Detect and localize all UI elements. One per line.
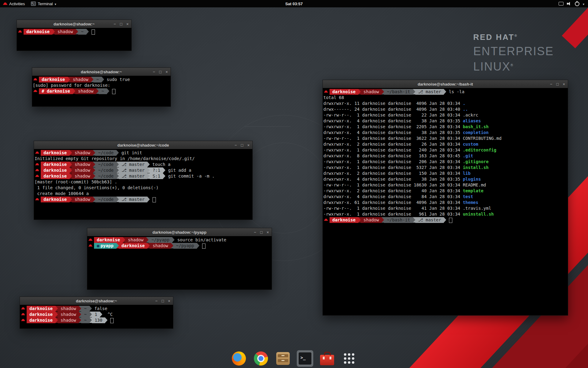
terminal-text: false: [92, 306, 107, 312]
terminal-text: drwxrwxr-x. 2 darknoise darknoise 150 Ja…: [323, 171, 463, 176]
prompt-segment: shadow: [125, 237, 146, 243]
dock-item-app-grid[interactable]: [341, 350, 357, 367]
dock-item-chrome[interactable]: [253, 350, 269, 367]
terminal-screen[interactable]: darknoiseshadow~: [17, 28, 131, 51]
terminal-cursor: [92, 29, 95, 35]
minimize-button[interactable]: −: [114, 22, 116, 26]
dock-item-files[interactable]: [275, 350, 291, 367]
window-title: darknoise@shadow:~: [32, 70, 171, 74]
dock-item-toolbox[interactable]: [319, 350, 335, 367]
maximize-button[interactable]: □: [120, 22, 123, 26]
powerline-arrow: [93, 173, 95, 179]
terminal-line: drwxrwxr-x. 11 darknoise darknoise 4096 …: [323, 101, 568, 106]
maximize-button[interactable]: □: [260, 230, 263, 234]
terminal-line: [master (root-commit) 50bcb63] .: [35, 179, 252, 185]
prompt-segment: ~/bash-it: [384, 217, 413, 223]
terminal-text: touch a: [150, 162, 170, 167]
powerline-arrow: [171, 243, 173, 248]
chevron-down-icon: [583, 2, 584, 6]
system-menu[interactable]: [555, 0, 588, 7]
terminal-icon: [298, 352, 312, 365]
rhel-wallpaper-logo: RED HAT® ENTERPRISE LINUX®: [473, 33, 554, 74]
window-titlebar[interactable]: darknoise@shadow:~ − □ ×: [20, 297, 173, 305]
powerline-arrow: [79, 312, 81, 317]
prompt-segment: ~/code: [95, 150, 116, 156]
minimize-button[interactable]: −: [550, 82, 552, 86]
terminal-cursor: [153, 197, 156, 202]
powerline-arrow: [413, 217, 415, 223]
powerline-arrow: [146, 237, 149, 243]
close-button[interactable]: ×: [168, 299, 170, 303]
minimize-button[interactable]: −: [235, 143, 237, 147]
prompt-segment: ⎇ master: [119, 167, 147, 173]
terminal-text: drwxrwxr-x. 4 darknoise darknoise 38 Jan…: [323, 118, 463, 124]
powerline-arrow: [444, 217, 446, 223]
terminal-screen[interactable]: darknoiseshadow~ sudo true[sudo] passwor…: [32, 76, 171, 106]
volume-icon: [567, 2, 571, 6]
window-titlebar[interactable]: darknoise@shadow:~ − □ ×: [32, 68, 171, 76]
terminal-cursor: [112, 89, 115, 94]
terminal-text: uninstall.sh: [463, 211, 494, 217]
app-menu[interactable]: Terminal: [28, 0, 59, 7]
terminal-text: lib: [463, 171, 470, 176]
close-button[interactable]: ×: [563, 82, 565, 86]
minimize-button[interactable]: −: [155, 299, 158, 303]
powerline-arrow: [86, 29, 89, 34]
close-button[interactable]: ×: [126, 22, 129, 26]
app-grid-icon: [343, 352, 355, 365]
terminal-line: darknoiseshadow~/code git init: [35, 150, 252, 156]
minimize-button[interactable]: −: [153, 70, 155, 74]
prompt-segment: shadow: [58, 306, 79, 312]
terminal-screen[interactable]: darknoiseshadow~/code git initInitialize…: [34, 149, 252, 220]
clock[interactable]: Sat 03:57: [285, 2, 303, 6]
close-button[interactable]: ×: [165, 70, 168, 74]
files-icon: [276, 352, 290, 365]
maximize-button[interactable]: □: [159, 70, 162, 74]
terminal-text: ls -la: [446, 89, 464, 95]
window-title: darknoise@shadow:~/code: [34, 143, 252, 148]
terminal-text: source bin/activate: [175, 237, 226, 243]
terminal-line: drwx------. 24 darknoise darknoise 4096 …: [323, 106, 568, 112]
maximize-button[interactable]: □: [162, 299, 164, 303]
prompt-segment: darknoise: [330, 89, 358, 95]
powerline-arrow: [70, 167, 72, 173]
chevron-down-icon: [55, 2, 56, 6]
prompt-segment: darknoise: [24, 29, 52, 35]
display-icon: [559, 2, 564, 6]
redhat-prompt-icon: [35, 167, 40, 173]
redhat-prompt-icon: [18, 29, 22, 35]
prompt-segment: 130: [92, 317, 105, 323]
close-button[interactable]: ×: [247, 143, 250, 147]
prompt-segment: ~: [81, 306, 89, 312]
minimize-button[interactable]: −: [254, 230, 256, 234]
maximize-button[interactable]: □: [556, 82, 559, 86]
terminal-screen[interactable]: darknoiseshadow~ falsedarknoiseshadow~1 …: [20, 305, 173, 328]
terminal-line: drwxrwxr-x. 4 darknoise darknoise 38 Jan…: [323, 118, 568, 124]
dock-item-terminal[interactable]: [297, 350, 313, 367]
powerline-arrow: [147, 173, 150, 179]
terminal-line: darknoiseshadow~/code⎇ master: [35, 197, 252, 202]
terminal-text: ^C: [102, 312, 113, 317]
window-titlebar[interactable]: darknoise@shadow:~/code − □ ×: [34, 141, 252, 149]
window-titlebar[interactable]: darknoise@shadow:~ − □ ×: [17, 20, 131, 28]
close-button[interactable]: ×: [266, 230, 269, 234]
powerline-arrow: [55, 317, 58, 323]
terminal-screen[interactable]: darknoiseshadow~/pyapp source bin/activa…: [87, 236, 272, 289]
powerline-arrow: [70, 197, 72, 202]
prompt-segment: shadow: [72, 150, 93, 156]
dock-item-firefox[interactable]: [231, 350, 247, 367]
prompt-segment: darknoise: [330, 217, 358, 223]
prompt-segment: # darknoise: [39, 88, 73, 94]
terminal-line: darknoiseshadow~/bash-it⎇ master: [323, 217, 568, 223]
activities-button[interactable]: Activities: [0, 0, 28, 7]
window-titlebar[interactable]: darknoise@shadow:~/pyapp − □ ×: [87, 228, 272, 236]
redhat-prompt-icon: [33, 88, 38, 94]
terminal-line: -rwxrwxr-x. 1 darknoise darknoise 961 Ja…: [323, 211, 568, 217]
window-titlebar[interactable]: darknoise@shadow:~/bash-it − □ ×: [323, 80, 568, 88]
terminal-screen[interactable]: darknoiseshadow~/bash-it⎇ master ls -lat…: [323, 88, 568, 315]
terminal-line: -rwxrwxr-x. 1 darknoise darknoise 240 Ja…: [323, 147, 568, 153]
powerline-arrow: [76, 29, 78, 34]
chrome-icon: [254, 351, 268, 366]
maximize-button[interactable]: □: [241, 143, 243, 147]
terminal-text: .gitignore: [463, 159, 488, 165]
